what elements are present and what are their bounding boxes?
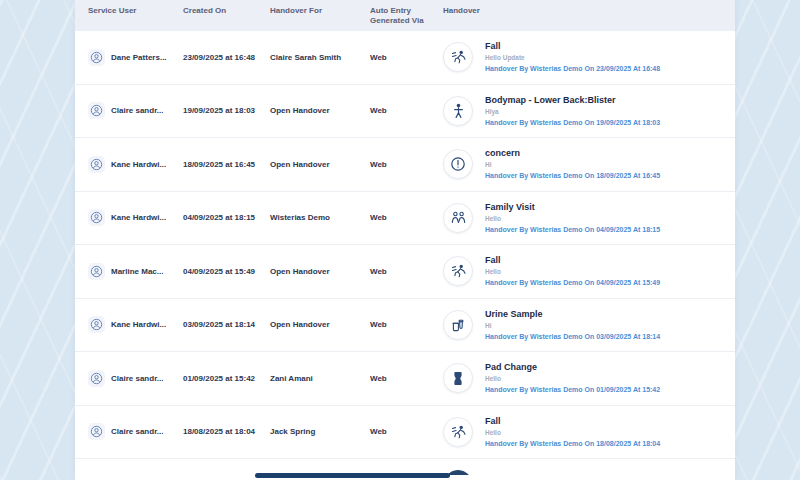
handover-for: Open Handover xyxy=(270,320,370,329)
pad-change-icon xyxy=(443,363,473,393)
handover-by-link[interactable]: Handover By Wisterias Demo On 18/09/2025… xyxy=(485,171,660,180)
service-user-name: Kane Hardwi... xyxy=(111,320,166,329)
handover-note: Hello xyxy=(485,428,660,437)
fall-icon xyxy=(443,42,473,72)
auto-entry-generated-via: Web xyxy=(370,106,443,115)
table-row[interactable]: Dane Patters... 23/09/2025 at 16:48 Clai… xyxy=(75,31,735,85)
handover-title: Bodymap - Lower Back:Blister xyxy=(485,95,660,106)
handover-by-link[interactable]: Handover By Wisterias Demo On 23/09/2025… xyxy=(485,64,660,73)
handover-by-link[interactable]: Handover By Wisterias Demo On 18/08/2025… xyxy=(485,439,660,448)
handover-by-link[interactable]: Handover By Wisterias Demo On 04/09/2025… xyxy=(485,278,660,287)
auto-entry-generated-via: Web xyxy=(370,320,443,329)
service-user-name: Kane Hardwi... xyxy=(111,160,166,169)
handover-for: Open Handover xyxy=(270,160,370,169)
auto-entry-generated-via: Web xyxy=(370,213,443,222)
service-user-avatar-icon xyxy=(88,370,105,387)
created-on: 04/09/2025 at 18:15 xyxy=(183,213,270,222)
service-user-name: Claire sandr... xyxy=(111,106,163,115)
handover-for: Open Handover xyxy=(270,106,370,115)
service-user-name: Marline Mac... xyxy=(111,267,163,276)
handover-by-link[interactable]: Handover By Wisterias Demo On 19/09/2025… xyxy=(485,118,660,127)
concern-icon xyxy=(443,149,473,179)
handover-note: Hi xyxy=(485,160,660,169)
service-user-name: Kane Hardwi... xyxy=(111,213,166,222)
column-header-handover: Handover xyxy=(443,6,735,16)
auto-entry-generated-via: Web xyxy=(370,427,443,436)
table-row[interactable]: Claire sandr... 01/09/2025 at 15:42 Zani… xyxy=(75,352,735,406)
column-header-auto-entry: Auto Entry Generated Via xyxy=(370,6,443,25)
urine-sample-icon xyxy=(443,310,473,340)
handover-title: Fall xyxy=(485,41,660,52)
table-row[interactable]: Claire sandr... 18/08/2025 at 18:04 Jack… xyxy=(75,406,735,460)
service-user-avatar-icon xyxy=(88,156,105,173)
handover-title: concern xyxy=(485,148,660,159)
handover-note: Hello xyxy=(485,374,660,383)
handover-note: Hello xyxy=(485,214,660,223)
column-header-service-user: Service User xyxy=(88,6,183,16)
created-on: 04/09/2025 at 15:49 xyxy=(183,267,270,276)
created-on: 19/09/2025 at 18:03 xyxy=(183,106,270,115)
handover-for: Wisterias Demo xyxy=(270,213,370,222)
column-header-handover-for: Handover For xyxy=(270,6,370,16)
horizontal-scrollbar[interactable] xyxy=(75,472,735,480)
bodymap-icon xyxy=(443,96,473,126)
auto-entry-generated-via: Web xyxy=(370,53,443,62)
service-user-name: Claire sandr... xyxy=(111,427,163,436)
handover-table: Service User Created On Handover For Aut… xyxy=(75,0,735,480)
table-header: Service User Created On Handover For Aut… xyxy=(75,0,735,31)
handover-title: Family Visit xyxy=(485,202,660,213)
handover-title: Pad Change xyxy=(485,362,660,373)
handover-for: Zani Amani xyxy=(270,374,370,383)
table-row[interactable]: Claire sandr... 19/09/2025 at 18:03 Open… xyxy=(75,85,735,139)
auto-entry-generated-via: Web xyxy=(370,160,443,169)
service-user-name: Dane Patters... xyxy=(111,53,167,62)
fall-icon xyxy=(443,256,473,286)
handover-note: Hello xyxy=(485,267,660,276)
auto-entry-generated-via: Web xyxy=(370,267,443,276)
service-user-name: Claire sandr... xyxy=(111,374,163,383)
column-header-created-on: Created On xyxy=(183,6,270,16)
service-user-avatar-icon xyxy=(88,263,105,280)
handover-title: Fall xyxy=(485,416,660,427)
handover-for: Claire Sarah Smith xyxy=(270,53,370,62)
handover-note: Hi xyxy=(485,321,660,330)
handover-by-link[interactable]: Handover By Wisterias Demo On 04/09/2025… xyxy=(485,225,660,234)
handover-by-link[interactable]: Handover By Wisterias Demo On 03/09/2025… xyxy=(485,332,660,341)
service-user-avatar-icon xyxy=(88,102,105,119)
handover-for: Open Handover xyxy=(270,267,370,276)
created-on: 01/09/2025 at 15:42 xyxy=(183,374,270,383)
created-on: 23/09/2025 at 16:48 xyxy=(183,53,270,62)
created-on: 03/09/2025 at 18:14 xyxy=(183,320,270,329)
handover-title: Fall xyxy=(485,255,660,266)
auto-entry-generated-via: Web xyxy=(370,374,443,383)
table-row[interactable]: Kane Hardwi... 03/09/2025 at 18:14 Open … xyxy=(75,299,735,353)
table-row[interactable]: Marline Mac... 04/09/2025 at 15:49 Open … xyxy=(75,245,735,299)
service-user-avatar-icon xyxy=(88,209,105,226)
created-on: 18/08/2025 at 18:04 xyxy=(183,427,270,436)
service-user-avatar-icon xyxy=(88,316,105,333)
handover-by-link[interactable]: Handover By Wisterias Demo On 01/09/2025… xyxy=(485,385,660,394)
handover-title: Urine Sample xyxy=(485,309,660,320)
created-on: 18/09/2025 at 16:45 xyxy=(183,160,270,169)
handover-note: Hello Update xyxy=(485,53,660,62)
table-row[interactable]: Kane Hardwi... 04/09/2025 at 18:15 Wiste… xyxy=(75,192,735,246)
table-body: Dane Patters... 23/09/2025 at 16:48 Clai… xyxy=(75,31,735,475)
handover-note: Hiya xyxy=(485,107,660,116)
table-row[interactable]: Kane Hardwi... 18/09/2025 at 16:45 Open … xyxy=(75,138,735,192)
service-user-avatar-icon xyxy=(88,49,105,66)
scrollbar-thumb[interactable] xyxy=(255,473,450,478)
service-user-avatar-icon xyxy=(88,423,105,440)
family-visit-icon xyxy=(443,203,473,233)
fall-icon xyxy=(443,417,473,447)
handover-for: Jack Spring xyxy=(270,427,370,436)
